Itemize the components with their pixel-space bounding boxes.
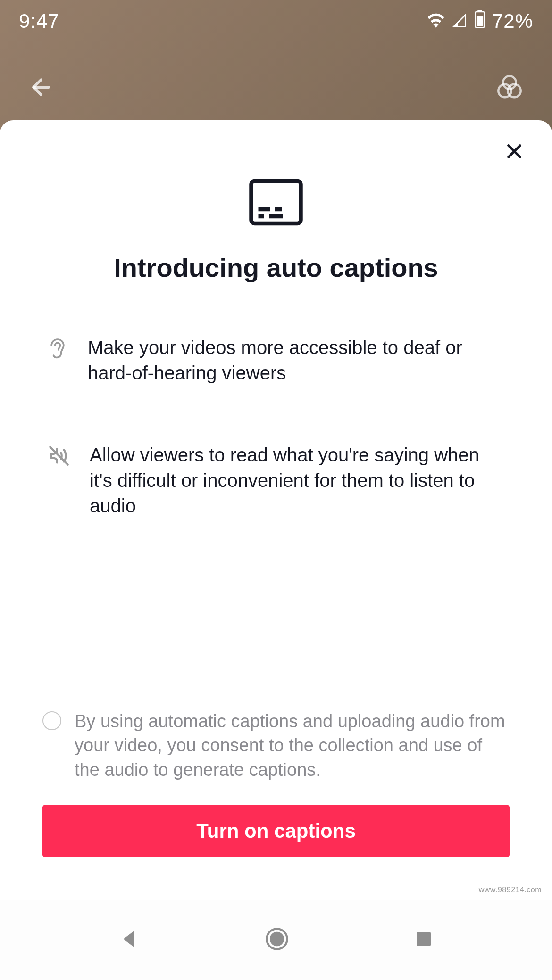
ear-icon [47,335,69,365]
close-icon [504,141,524,163]
consent-row[interactable]: By using automatic captions and uploadin… [42,709,510,782]
back-arrow-icon[interactable] [28,74,54,102]
battery-icon [474,10,485,33]
svg-point-12 [271,933,283,945]
filters-icon[interactable] [495,73,524,103]
camera-nav-row [0,73,552,103]
sheet-hero: Introducing auto captions [0,177,552,283]
status-bar: 9:47 72% [0,0,552,42]
nav-home-icon[interactable] [265,927,289,953]
wifi-icon [427,10,445,33]
android-nav-bar [0,900,552,980]
bullet-text: Make your videos more accessible to deaf… [88,335,505,386]
turn-on-captions-button[interactable]: Turn on captions [42,805,510,857]
nav-recent-icon[interactable] [414,930,433,950]
sheet-title: Introducing auto captions [114,252,438,283]
cellular-icon [452,10,468,33]
captions-icon [248,177,304,230]
svg-rect-2 [477,16,483,26]
status-battery-percent: 72% [492,10,533,33]
screen: 9:47 72% [0,0,552,980]
bullet-accessibility: Make your videos more accessible to deaf… [47,335,505,386]
consent-text: By using automatic captions and uploadin… [75,709,510,782]
svg-rect-13 [417,932,431,946]
bullet-text: Allow viewers to read what you're saying… [90,442,505,519]
sound-off-icon [47,442,71,469]
status-indicators: 72% [427,10,533,33]
close-button[interactable] [500,138,528,166]
status-time: 9:47 [19,10,59,33]
auto-captions-sheet: Introducing auto captions Make your vide… [0,120,552,980]
bullet-no-audio: Allow viewers to read what you're saying… [47,442,505,519]
watermark: www.989214.com [479,886,542,894]
consent-checkbox[interactable] [42,711,61,730]
sheet-bullets: Make your videos more accessible to deaf… [0,283,552,519]
nav-back-icon[interactable] [119,929,140,951]
